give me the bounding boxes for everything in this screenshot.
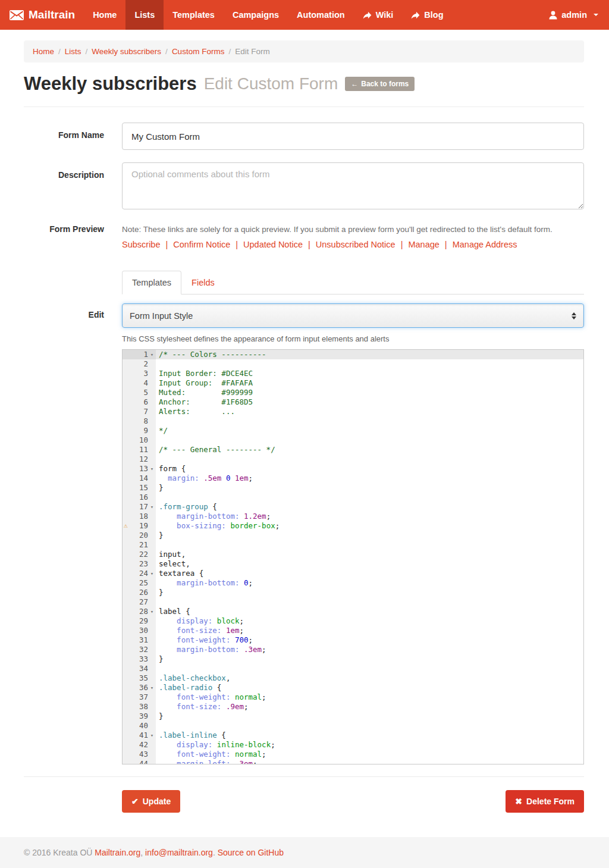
nav-item-blog[interactable]: Blog (402, 0, 452, 30)
line-number: 44 (139, 759, 148, 764)
line-gutter: 37 (123, 692, 156, 702)
css-code-editor[interactable]: 1▾/* --- Colors ----------23Input Border… (122, 349, 584, 764)
code-text: label { (156, 607, 583, 616)
line-gutter: 2 (123, 359, 156, 369)
line-number: 43 (139, 750, 148, 759)
fold-arrow-icon[interactable]: ▾ (148, 464, 156, 474)
line-gutter: 3 (123, 369, 156, 378)
breadcrumb-link-weekly-subscribers[interactable]: Weekly subscribers (92, 47, 161, 56)
share-arrow-icon (363, 11, 372, 19)
actions-row: ✔ Update ✖ Delete Form (24, 790, 584, 813)
line-number: 20 (139, 531, 148, 540)
line-gutter: 27 (123, 597, 156, 607)
caret-down-icon (594, 14, 598, 16)
line-gutter: 39 (123, 712, 156, 721)
breadcrumb-separator: / (81, 47, 92, 56)
line-number: 26 (139, 588, 148, 597)
line-number: 29 (139, 616, 148, 626)
fold-arrow-icon[interactable]: ▾ (148, 731, 156, 740)
nav-item-label: Campaigns (233, 10, 279, 20)
tab-strip: TemplatesFields (122, 271, 584, 294)
line-number: 15 (139, 483, 148, 493)
code-text: display: block; (156, 616, 583, 626)
line-number: 22 (139, 550, 148, 559)
nav-item-campaigns[interactable]: Campaigns (224, 0, 288, 30)
line-number: 9 (143, 426, 148, 435)
footer-link-email[interactable]: info@mailtrain.org (145, 848, 213, 857)
nav-item-templates[interactable]: Templates (164, 0, 224, 30)
preview-link-unsubscribed-notice[interactable]: Unsubscribed Notice (316, 240, 395, 249)
editor-line: 32 margin-bottom: .3em; (123, 645, 583, 654)
line-gutter: 25 (123, 578, 156, 588)
editor-line: 3Input Border: #DCE4EC (123, 369, 583, 378)
delete-form-button[interactable]: ✖ Delete Form (506, 790, 584, 813)
line-number: 11 (139, 445, 148, 455)
form-name-input[interactable] (122, 123, 584, 150)
nav-item-lists[interactable]: Lists (125, 0, 164, 30)
preview-link-manage[interactable]: Manage (408, 240, 439, 249)
user-menu[interactable]: admin (538, 0, 609, 30)
line-number: 27 (139, 597, 148, 607)
link-separator: | (395, 240, 409, 249)
nav-item-home[interactable]: Home (84, 0, 125, 30)
template-select[interactable]: Form Input Style (122, 303, 584, 328)
code-text: } (156, 712, 583, 721)
code-text (156, 721, 583, 731)
line-number: 7 (143, 407, 148, 416)
footer-separator: . (213, 848, 218, 857)
code-text: display: inline-block; (156, 740, 583, 750)
line-number: 37 (139, 692, 148, 702)
preview-link-subscribe[interactable]: Subscribe (122, 240, 160, 249)
line-number: 40 (139, 721, 148, 731)
code-text (156, 597, 583, 607)
breadcrumb-separator: / (224, 47, 235, 56)
preview-link-confirm-notice[interactable]: Confirm Notice (173, 240, 230, 249)
tab-templates[interactable]: Templates (122, 271, 181, 294)
description-textarea[interactable] (122, 162, 584, 209)
line-gutter: 29 (123, 616, 156, 626)
line-gutter: 31 (123, 635, 156, 645)
code-text (156, 540, 583, 550)
nav-item-label: Home (93, 10, 117, 20)
breadcrumb-link-custom-forms[interactable]: Custom Forms (172, 47, 225, 56)
code-text: /* --- Colors ---------- (156, 350, 583, 359)
breadcrumb-link-lists[interactable]: Lists (65, 47, 81, 56)
tab-fields[interactable]: Fields (181, 271, 225, 294)
editor-line: 21 (123, 540, 583, 550)
line-number: 8 (143, 416, 148, 426)
form-preview-label: Form Preview (24, 224, 122, 303)
update-button-label: Update (143, 797, 171, 806)
line-gutter: 44 (123, 759, 156, 764)
spacer (122, 249, 584, 271)
line-gutter: 26 (123, 588, 156, 597)
breadcrumb-link-home[interactable]: Home (33, 47, 54, 56)
nav-item-automation[interactable]: Automation (288, 0, 354, 30)
line-gutter: 8 (123, 416, 156, 426)
line-gutter: 32 (123, 645, 156, 654)
fold-arrow-icon[interactable]: ▾ (148, 350, 156, 359)
line-number: 6 (143, 397, 148, 407)
line-gutter: 1▾ (123, 350, 156, 359)
code-text: margin-bottom: 1.2em; (156, 512, 583, 521)
fold-arrow-icon[interactable]: ▾ (148, 607, 156, 616)
footer-link-github[interactable]: Source on GitHub (218, 848, 284, 857)
footer-link-mailtrain[interactable]: Mailtrain.org (95, 848, 140, 857)
fold-arrow-icon[interactable]: ▾ (148, 683, 156, 692)
fold-arrow-icon[interactable]: ▾ (148, 502, 156, 512)
line-number: 24 (139, 569, 148, 578)
preview-link-manage-address[interactable]: Manage Address (453, 240, 517, 249)
nav-item-wiki[interactable]: Wiki (354, 0, 403, 30)
update-button[interactable]: ✔ Update (122, 790, 180, 813)
editor-line: 39} (123, 712, 583, 721)
nav-item-label: Blog (424, 10, 443, 20)
editor-line: 15} (123, 483, 583, 493)
page-subtitle: Edit Custom Form (204, 74, 338, 93)
code-text: } (156, 483, 583, 493)
fold-arrow-icon[interactable]: ▾ (148, 569, 156, 578)
brand-link[interactable]: Mailtrain (0, 0, 84, 30)
line-number: 31 (139, 635, 148, 645)
nav-item-label: Lists (134, 10, 155, 20)
back-to-forms-button[interactable]: ← Back to forms (345, 77, 415, 91)
preview-link-updated-notice[interactable]: Updated Notice (243, 240, 303, 249)
code-text: box-sizing: border-box; (156, 521, 583, 531)
